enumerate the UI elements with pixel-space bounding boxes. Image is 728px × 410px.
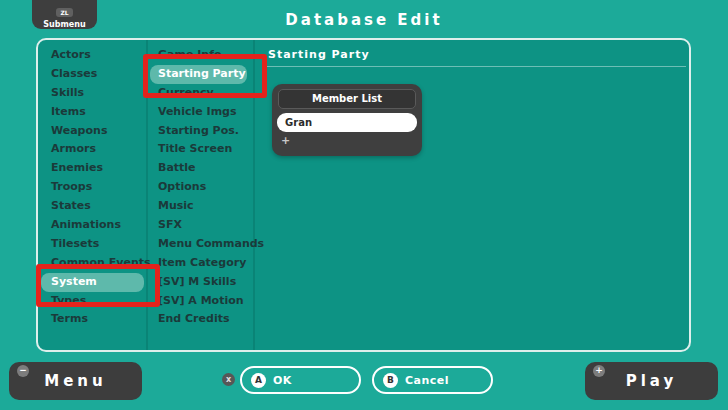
play-button-label: Play [626,372,678,390]
category-list-item[interactable]: Common Events [38,254,144,273]
category-list-item[interactable]: Items [38,103,144,122]
database-edit-screen: ZL Submenu Database Edit Actors Classes … [0,0,728,410]
subcategory-list-item[interactable]: Battle [148,159,252,178]
category-list-item-label: Tilesets [51,237,99,250]
member-list-panel: Member List Gran + [272,84,422,156]
subcategory-list-item-label: Currency [158,86,214,99]
x-key-icon[interactable]: x [222,373,235,386]
subcategory-list-item[interactable]: [SV] A Motion [148,292,252,311]
subcategory-list-item[interactable]: Music [148,197,252,216]
plus-key-icon: + [593,365,605,377]
subcategory-list-item[interactable]: Title Screen [148,140,252,159]
subcategory-list-item-label: End Credits [158,312,229,325]
subcategory-list-item-label: Starting Party [158,67,246,80]
a-key-icon: A [251,373,266,388]
subcategory-list-item[interactable]: End Credits [148,310,252,329]
ok-button[interactable]: A OK [240,366,361,394]
detail-panel-title: Starting Party [268,48,370,61]
subcategory-list-item[interactable]: Menu Commands [148,235,252,254]
play-button[interactable]: + Play [585,362,718,400]
subcategory-list-item[interactable]: [SV] M Skills [148,273,252,292]
category-list-item[interactable]: System [41,273,144,292]
category-list-item-label: Enemies [51,161,103,174]
subcategory-list-item-label: Item Category [158,256,246,269]
category-list-item-label: Animations [51,218,121,231]
subcategory-list-item-label: Vehicle Imgs [158,105,237,118]
subcategory-list-item-label: Menu Commands [158,237,264,250]
category-list-item-label: Armors [51,142,96,155]
subcategory-list-item-label: Music [158,199,194,212]
category-list-item-label: Common Events [51,256,151,269]
ok-button-label: OK [273,374,292,387]
category-list: Actors Classes Skills Items Weapons Armo… [38,46,144,329]
category-list-item[interactable]: Weapons [38,122,144,141]
category-list-item[interactable]: Animations [38,216,144,235]
subcategory-list-item[interactable]: Starting Party [150,65,247,84]
category-list-item[interactable]: Terms [38,310,144,329]
minus-key-icon: − [17,365,29,377]
category-list-item-label: System [51,275,97,288]
detail-title-underline [266,66,686,67]
subcategory-list-item-label: Title Screen [158,142,232,155]
member-name-field[interactable]: Gran [277,113,417,132]
b-key-icon: B [383,373,398,388]
subcategory-list-item[interactable]: Game Info [148,46,252,65]
category-list-item[interactable]: Skills [38,84,144,103]
subcategory-list-item-label: Options [158,180,206,193]
category-list-item-label: Types [51,294,86,307]
category-list-item[interactable]: States [38,197,144,216]
system-subcategory-list: Game Info Starting Party Currency Vehicl… [148,46,252,329]
subcategory-list-item-label: [SV] M Skills [158,275,236,288]
subcategory-list-item[interactable]: Currency [148,84,252,103]
menu-button-label: Menu [44,372,106,390]
category-list-item[interactable]: Types [38,292,144,311]
category-list-item[interactable]: Classes [38,65,144,84]
page-title: Database Edit [0,11,728,29]
category-list-item[interactable]: Enemies [38,159,144,178]
menu-button[interactable]: − Menu [9,362,142,400]
category-list-item[interactable]: Troops [38,178,144,197]
subcategory-list-item[interactable]: Starting Pos. [148,122,252,141]
category-list-item-label: Terms [51,312,88,325]
subcategory-list-item[interactable]: Options [148,178,252,197]
add-member-button[interactable]: + [281,134,422,147]
category-list-item[interactable]: Actors [38,46,144,65]
member-rows: Gran [272,113,422,132]
subcategory-list-item[interactable]: Item Category [148,254,252,273]
category-list-item[interactable]: Tilesets [38,235,144,254]
category-list-item-label: Troops [51,180,92,193]
category-list-item-label: States [51,199,91,212]
category-list-item-label: Weapons [51,124,107,137]
cancel-button-label: Cancel [405,374,449,387]
category-list-item-label: Actors [51,48,91,61]
subcategory-list-item-label: Battle [158,161,196,174]
subcategory-list-item-label: Game Info [158,48,221,61]
cancel-button[interactable]: B Cancel [372,366,493,394]
category-list-item-label: Skills [51,86,84,99]
member-list-title: Member List [278,89,416,109]
category-list-item[interactable]: Armors [38,140,144,159]
subcategory-list-item[interactable]: Vehicle Imgs [148,103,252,122]
column-divider-right [253,40,255,350]
category-list-item-label: Items [51,105,86,118]
member-name-value: Gran [285,117,312,128]
category-list-item-label: Classes [51,67,97,80]
subcategory-list-item-label: Starting Pos. [158,124,239,137]
subcategory-list-item-label: [SV] A Motion [158,294,244,307]
subcategory-list-item[interactable]: SFX [148,216,252,235]
subcategory-list-item-label: SFX [158,218,182,231]
